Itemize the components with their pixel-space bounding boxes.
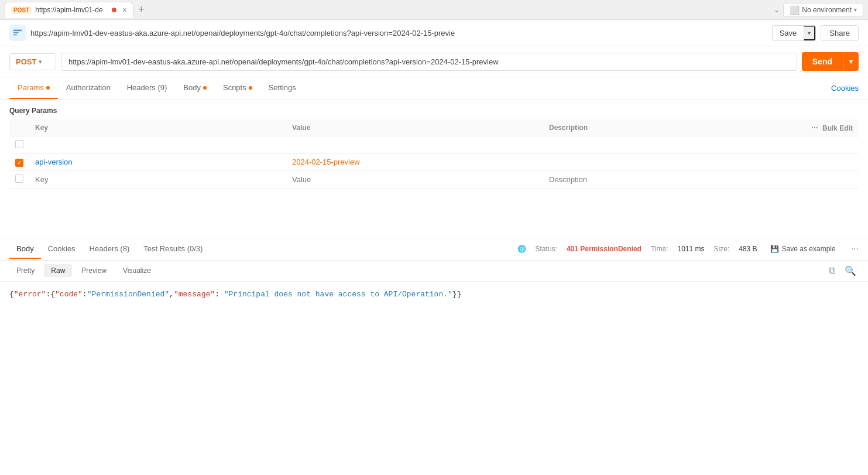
request-tabs: Params Authorization Headers (9) Body Sc… — [0, 77, 868, 100]
status-label: Status: — [536, 245, 557, 253]
url-bar: POST ▾ Send ▾ — [0, 46, 868, 77]
new-description-input[interactable] — [549, 175, 794, 184]
view-tab-pretty[interactable]: Pretty — [9, 264, 42, 277]
request-url-title: https://apim-lmv01-dev-eastus-aka.azure-… — [30, 29, 767, 37]
table-row — [9, 170, 859, 188]
row-checkbox[interactable] — [15, 175, 23, 183]
response-tab-cookies[interactable]: Cookies — [41, 240, 83, 259]
size-label: Size: — [714, 245, 730, 253]
save-button[interactable]: Save — [773, 26, 804, 40]
svg-rect-2 — [13, 35, 17, 36]
table-row: ✓ api-version 2024-02-15-preview — [9, 154, 859, 171]
save-dropdown-button[interactable]: ▾ — [804, 26, 815, 40]
svg-rect-1 — [13, 32, 19, 33]
no-environment-icon: ⬜ — [790, 5, 800, 15]
view-tab-preview[interactable]: Preview — [74, 264, 114, 277]
url-input[interactable] — [61, 53, 797, 71]
tab-settings[interactable]: Settings — [260, 77, 304, 99]
table-row — [9, 136, 859, 154]
more-icon[interactable]: ··· — [811, 123, 818, 132]
env-dropdown-arrow: ▾ — [854, 6, 857, 13]
globe-icon: 🌐 — [517, 245, 526, 253]
param-value: 2024-02-15-preview — [292, 158, 360, 166]
response-tab-body[interactable]: Body — [9, 240, 41, 259]
row-checkbox[interactable] — [15, 140, 23, 148]
new-value-input[interactable] — [292, 175, 537, 184]
value-input[interactable] — [292, 141, 537, 149]
save-icon: 💾 — [770, 245, 779, 253]
send-button-group: Send ▾ — [802, 52, 859, 71]
view-tab-visualize[interactable]: Visualize — [116, 264, 158, 277]
tab-close-icon[interactable]: × — [122, 5, 127, 15]
more-options-icon[interactable]: ··· — [851, 244, 859, 254]
svg-rect-0 — [13, 30, 22, 32]
scripts-dot — [249, 86, 252, 90]
response-tab-headers[interactable]: Headers (8) — [83, 240, 137, 259]
view-tab-actions: ⧉ 🔍 — [826, 264, 859, 278]
send-dropdown-button[interactable]: ▾ — [843, 53, 859, 70]
tab-method-badge: POST — [11, 6, 32, 14]
tab-params[interactable]: Params — [9, 77, 58, 99]
method-selector[interactable]: POST ▾ — [9, 53, 56, 70]
title-bar-actions: Save ▾ Share — [772, 25, 859, 41]
browser-tab[interactable]: POST https://apim-lmv01-de × — [5, 2, 133, 18]
status-value: 401 PermissionDenied — [567, 245, 641, 253]
response-area: Body Cookies Headers (8) Test Results (0… — [0, 238, 868, 307]
query-params-title: Query Params — [9, 107, 859, 115]
param-key: api-version — [35, 158, 73, 166]
tab-body[interactable]: Body — [175, 77, 215, 99]
tab-title: https://apim-lmv01-de — [35, 6, 108, 14]
params-table: Key Value Description ··· Bulk Edit — [9, 119, 859, 189]
description-input[interactable] — [549, 141, 794, 149]
time-value: 1011 ms — [678, 245, 705, 253]
row-checkbox[interactable]: ✓ — [15, 159, 23, 167]
chevron-down-icon[interactable]: ⌄ — [774, 6, 780, 14]
time-label: Time: — [651, 245, 668, 253]
view-tab-raw[interactable]: Raw — [44, 264, 72, 277]
search-button[interactable]: 🔍 — [842, 264, 859, 278]
response-tabs-bar: Body Cookies Headers (8) Test Results (0… — [0, 238, 868, 261]
params-spacer — [0, 191, 868, 238]
value-column-header: Value — [286, 119, 543, 136]
query-params-section: Query Params Key Value Description ··· B… — [0, 100, 868, 191]
request-title-bar: https://apim-lmv01-dev-eastus-aka.azure-… — [0, 20, 868, 46]
share-button[interactable]: Share — [821, 25, 859, 41]
add-tab-button[interactable]: + — [138, 4, 145, 16]
bulk-edit-button[interactable]: Bulk Edit — [822, 124, 853, 132]
tab-bar-right: ⌄ ⬜ No environment ▾ — [774, 3, 863, 17]
new-key-input[interactable] — [35, 175, 280, 184]
key-column-header: Key — [29, 119, 286, 136]
view-tabs-bar: Pretty Raw Preview Visualize ⧉ 🔍 — [0, 261, 868, 282]
browser-tab-bar: POST https://apim-lmv01-de × + ⌄ ⬜ No en… — [0, 0, 868, 20]
method-label: POST — [16, 57, 36, 66]
description-column-header: Description — [543, 119, 800, 136]
tab-scripts[interactable]: Scripts — [215, 77, 260, 99]
tab-authorization[interactable]: Authorization — [58, 77, 119, 99]
environment-selector[interactable]: ⬜ No environment ▾ — [783, 3, 863, 17]
tab-headers[interactable]: Headers (9) — [119, 77, 176, 99]
tab-modified-dot — [112, 8, 116, 12]
key-input[interactable] — [35, 141, 280, 149]
body-dot — [203, 86, 207, 90]
cookies-link[interactable]: Cookies — [831, 84, 859, 93]
response-meta: 🌐 Status: 401 PermissionDenied Time: 101… — [517, 244, 859, 254]
params-dot — [46, 86, 50, 90]
send-button[interactable]: Send — [802, 52, 843, 71]
response-body: {"error":{"code":"PermissionDenied","mes… — [0, 282, 868, 307]
method-dropdown-arrow: ▾ — [39, 59, 42, 65]
size-value: 483 B — [739, 245, 757, 253]
response-tab-test-results[interactable]: Test Results (0/3) — [136, 240, 210, 259]
request-icon — [9, 25, 26, 41]
save-as-example-button[interactable]: 💾 Save as example — [767, 244, 839, 254]
copy-button[interactable]: ⧉ — [826, 264, 838, 278]
env-label: No environment — [802, 6, 852, 14]
